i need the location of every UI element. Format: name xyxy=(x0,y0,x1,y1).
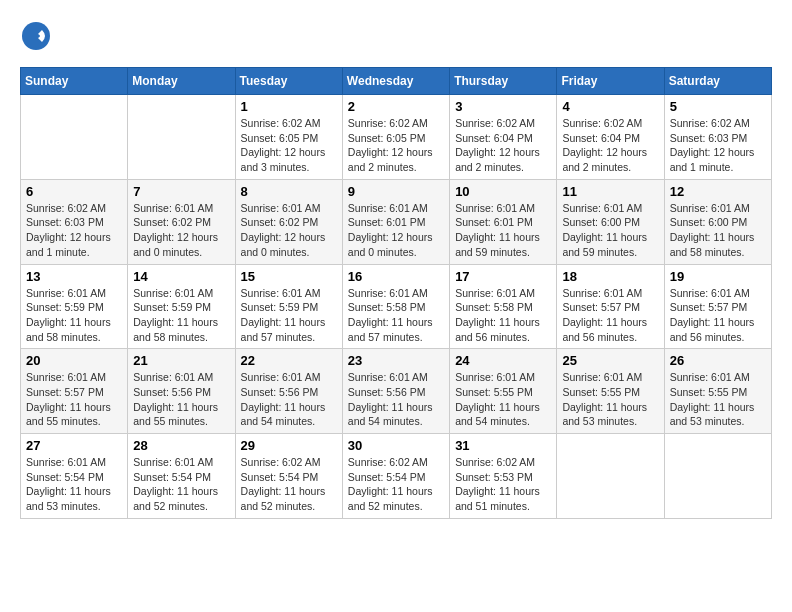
day-cell: 25Sunrise: 6:01 AM Sunset: 5:55 PM Dayli… xyxy=(557,349,664,434)
day-cell: 23Sunrise: 6:01 AM Sunset: 5:56 PM Dayli… xyxy=(342,349,449,434)
calendar-body: 1Sunrise: 6:02 AM Sunset: 6:05 PM Daylig… xyxy=(21,95,772,519)
day-number: 30 xyxy=(348,438,444,453)
day-cell: 16Sunrise: 6:01 AM Sunset: 5:58 PM Dayli… xyxy=(342,264,449,349)
day-cell: 15Sunrise: 6:01 AM Sunset: 5:59 PM Dayli… xyxy=(235,264,342,349)
header-cell-sunday: Sunday xyxy=(21,68,128,95)
day-number: 25 xyxy=(562,353,658,368)
day-info: Sunrise: 6:01 AM Sunset: 5:54 PM Dayligh… xyxy=(133,455,229,514)
day-cell xyxy=(21,95,128,180)
day-info: Sunrise: 6:02 AM Sunset: 6:05 PM Dayligh… xyxy=(348,116,444,175)
day-number: 12 xyxy=(670,184,766,199)
day-info: Sunrise: 6:02 AM Sunset: 6:03 PM Dayligh… xyxy=(26,201,122,260)
day-cell: 11Sunrise: 6:01 AM Sunset: 6:00 PM Dayli… xyxy=(557,179,664,264)
header-cell-monday: Monday xyxy=(128,68,235,95)
day-cell: 29Sunrise: 6:02 AM Sunset: 5:54 PM Dayli… xyxy=(235,434,342,519)
day-cell: 22Sunrise: 6:01 AM Sunset: 5:56 PM Dayli… xyxy=(235,349,342,434)
day-cell: 8Sunrise: 6:01 AM Sunset: 6:02 PM Daylig… xyxy=(235,179,342,264)
day-info: Sunrise: 6:01 AM Sunset: 5:59 PM Dayligh… xyxy=(26,286,122,345)
day-cell: 28Sunrise: 6:01 AM Sunset: 5:54 PM Dayli… xyxy=(128,434,235,519)
day-info: Sunrise: 6:01 AM Sunset: 5:57 PM Dayligh… xyxy=(562,286,658,345)
day-number: 1 xyxy=(241,99,337,114)
day-number: 21 xyxy=(133,353,229,368)
day-info: Sunrise: 6:01 AM Sunset: 6:00 PM Dayligh… xyxy=(562,201,658,260)
day-number: 28 xyxy=(133,438,229,453)
day-number: 19 xyxy=(670,269,766,284)
logo-icon xyxy=(20,20,52,52)
day-number: 17 xyxy=(455,269,551,284)
day-number: 20 xyxy=(26,353,122,368)
day-cell: 7Sunrise: 6:01 AM Sunset: 6:02 PM Daylig… xyxy=(128,179,235,264)
header-cell-saturday: Saturday xyxy=(664,68,771,95)
day-info: Sunrise: 6:02 AM Sunset: 6:04 PM Dayligh… xyxy=(562,116,658,175)
calendar-header: SundayMondayTuesdayWednesdayThursdayFrid… xyxy=(21,68,772,95)
week-row-3: 13Sunrise: 6:01 AM Sunset: 5:59 PM Dayli… xyxy=(21,264,772,349)
week-row-2: 6Sunrise: 6:02 AM Sunset: 6:03 PM Daylig… xyxy=(21,179,772,264)
day-cell: 18Sunrise: 6:01 AM Sunset: 5:57 PM Dayli… xyxy=(557,264,664,349)
day-cell xyxy=(557,434,664,519)
header-cell-friday: Friday xyxy=(557,68,664,95)
day-info: Sunrise: 6:01 AM Sunset: 5:57 PM Dayligh… xyxy=(670,286,766,345)
day-cell: 4Sunrise: 6:02 AM Sunset: 6:04 PM Daylig… xyxy=(557,95,664,180)
day-info: Sunrise: 6:01 AM Sunset: 5:59 PM Dayligh… xyxy=(241,286,337,345)
day-info: Sunrise: 6:01 AM Sunset: 5:56 PM Dayligh… xyxy=(348,370,444,429)
day-number: 23 xyxy=(348,353,444,368)
day-number: 5 xyxy=(670,99,766,114)
day-number: 15 xyxy=(241,269,337,284)
day-info: Sunrise: 6:01 AM Sunset: 5:56 PM Dayligh… xyxy=(133,370,229,429)
day-info: Sunrise: 6:01 AM Sunset: 6:02 PM Dayligh… xyxy=(133,201,229,260)
day-info: Sunrise: 6:01 AM Sunset: 6:01 PM Dayligh… xyxy=(455,201,551,260)
day-cell: 20Sunrise: 6:01 AM Sunset: 5:57 PM Dayli… xyxy=(21,349,128,434)
day-info: Sunrise: 6:01 AM Sunset: 5:57 PM Dayligh… xyxy=(26,370,122,429)
day-cell: 31Sunrise: 6:02 AM Sunset: 5:53 PM Dayli… xyxy=(450,434,557,519)
day-cell: 6Sunrise: 6:02 AM Sunset: 6:03 PM Daylig… xyxy=(21,179,128,264)
day-info: Sunrise: 6:01 AM Sunset: 6:00 PM Dayligh… xyxy=(670,201,766,260)
day-cell: 21Sunrise: 6:01 AM Sunset: 5:56 PM Dayli… xyxy=(128,349,235,434)
day-info: Sunrise: 6:02 AM Sunset: 5:54 PM Dayligh… xyxy=(241,455,337,514)
day-number: 7 xyxy=(133,184,229,199)
day-cell: 3Sunrise: 6:02 AM Sunset: 6:04 PM Daylig… xyxy=(450,95,557,180)
day-cell: 9Sunrise: 6:01 AM Sunset: 6:01 PM Daylig… xyxy=(342,179,449,264)
day-info: Sunrise: 6:01 AM Sunset: 5:58 PM Dayligh… xyxy=(348,286,444,345)
day-cell xyxy=(664,434,771,519)
svg-point-0 xyxy=(22,22,50,50)
day-number: 26 xyxy=(670,353,766,368)
day-info: Sunrise: 6:02 AM Sunset: 5:53 PM Dayligh… xyxy=(455,455,551,514)
day-number: 10 xyxy=(455,184,551,199)
page-header xyxy=(20,20,772,52)
header-cell-wednesday: Wednesday xyxy=(342,68,449,95)
day-cell: 10Sunrise: 6:01 AM Sunset: 6:01 PM Dayli… xyxy=(450,179,557,264)
day-number: 9 xyxy=(348,184,444,199)
day-info: Sunrise: 6:01 AM Sunset: 5:55 PM Dayligh… xyxy=(455,370,551,429)
day-number: 16 xyxy=(348,269,444,284)
day-info: Sunrise: 6:01 AM Sunset: 6:01 PM Dayligh… xyxy=(348,201,444,260)
day-cell: 27Sunrise: 6:01 AM Sunset: 5:54 PM Dayli… xyxy=(21,434,128,519)
week-row-5: 27Sunrise: 6:01 AM Sunset: 5:54 PM Dayli… xyxy=(21,434,772,519)
day-number: 22 xyxy=(241,353,337,368)
day-number: 27 xyxy=(26,438,122,453)
day-number: 24 xyxy=(455,353,551,368)
day-info: Sunrise: 6:02 AM Sunset: 6:03 PM Dayligh… xyxy=(670,116,766,175)
day-number: 11 xyxy=(562,184,658,199)
day-number: 2 xyxy=(348,99,444,114)
day-info: Sunrise: 6:01 AM Sunset: 5:56 PM Dayligh… xyxy=(241,370,337,429)
day-info: Sunrise: 6:01 AM Sunset: 5:55 PM Dayligh… xyxy=(562,370,658,429)
day-info: Sunrise: 6:01 AM Sunset: 5:54 PM Dayligh… xyxy=(26,455,122,514)
day-number: 13 xyxy=(26,269,122,284)
day-cell: 2Sunrise: 6:02 AM Sunset: 6:05 PM Daylig… xyxy=(342,95,449,180)
day-cell: 5Sunrise: 6:02 AM Sunset: 6:03 PM Daylig… xyxy=(664,95,771,180)
day-cell: 17Sunrise: 6:01 AM Sunset: 5:58 PM Dayli… xyxy=(450,264,557,349)
week-row-4: 20Sunrise: 6:01 AM Sunset: 5:57 PM Dayli… xyxy=(21,349,772,434)
day-info: Sunrise: 6:01 AM Sunset: 6:02 PM Dayligh… xyxy=(241,201,337,260)
day-info: Sunrise: 6:02 AM Sunset: 5:54 PM Dayligh… xyxy=(348,455,444,514)
day-info: Sunrise: 6:01 AM Sunset: 5:55 PM Dayligh… xyxy=(670,370,766,429)
day-cell: 19Sunrise: 6:01 AM Sunset: 5:57 PM Dayli… xyxy=(664,264,771,349)
header-cell-tuesday: Tuesday xyxy=(235,68,342,95)
day-cell: 30Sunrise: 6:02 AM Sunset: 5:54 PM Dayli… xyxy=(342,434,449,519)
day-number: 18 xyxy=(562,269,658,284)
header-row: SundayMondayTuesdayWednesdayThursdayFrid… xyxy=(21,68,772,95)
logo xyxy=(20,20,58,52)
day-info: Sunrise: 6:01 AM Sunset: 5:59 PM Dayligh… xyxy=(133,286,229,345)
day-cell: 24Sunrise: 6:01 AM Sunset: 5:55 PM Dayli… xyxy=(450,349,557,434)
calendar-table: SundayMondayTuesdayWednesdayThursdayFrid… xyxy=(20,67,772,519)
day-cell: 12Sunrise: 6:01 AM Sunset: 6:00 PM Dayli… xyxy=(664,179,771,264)
